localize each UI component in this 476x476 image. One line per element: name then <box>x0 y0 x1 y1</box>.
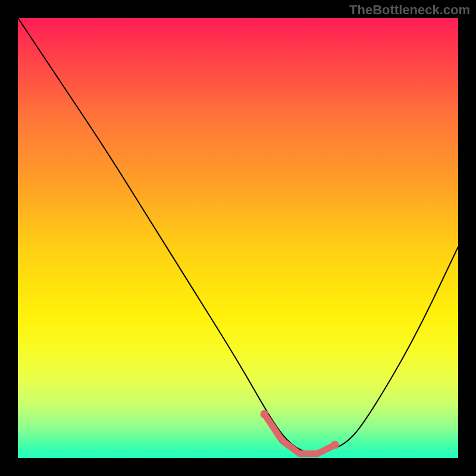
attribution-text: TheBottleneck.com <box>349 2 470 18</box>
plot-area <box>18 18 458 458</box>
marker-dot <box>331 441 339 449</box>
curve-svg <box>18 18 458 458</box>
highlighted-range-line <box>264 414 334 454</box>
bottleneck-curve <box>18 18 458 453</box>
marker-dot <box>260 410 268 418</box>
chart-container: TheBottleneck.com <box>0 0 476 476</box>
